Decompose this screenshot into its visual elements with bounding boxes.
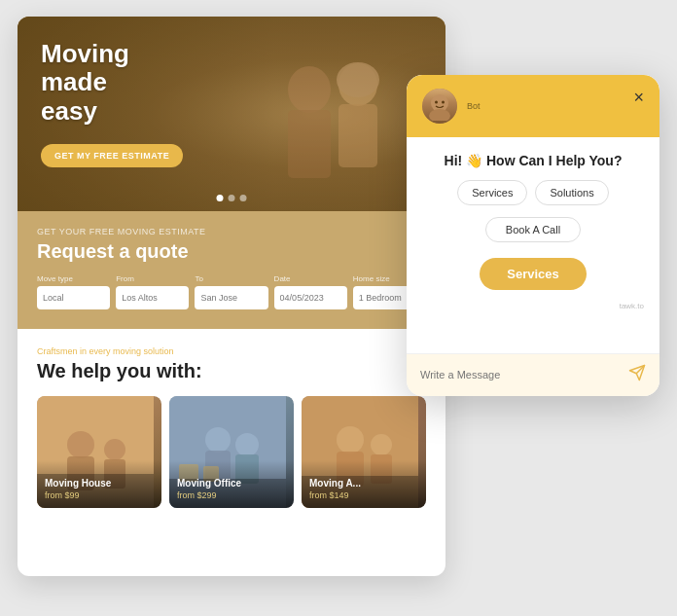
chat-avatar-inner <box>422 89 457 124</box>
service-card-1-price: from $99 <box>45 490 154 500</box>
service-card-2-name: Moving Office <box>177 478 286 489</box>
chat-send-button[interactable] <box>628 364 646 386</box>
chat-quick-buttons: Services Solutions <box>422 180 644 205</box>
chat-book-call-button[interactable]: Book A Call <box>485 217 581 242</box>
services-subtitle: Craftsmen in every moving solution <box>37 346 426 356</box>
chat-header: Bot × <box>407 75 659 137</box>
quote-label-date: Date <box>274 274 347 283</box>
main-wrapper: Movingmadeeasy GET MY FREE ESTIMATE Get … <box>18 17 659 600</box>
service-card-3-price: from $149 <box>309 490 418 500</box>
svg-point-6 <box>67 431 94 458</box>
hero-content: Movingmadeeasy GET MY FREE ESTIMATE <box>41 40 183 168</box>
hero-title: Movingmadeeasy <box>41 40 183 127</box>
service-card-2-price: from $299 <box>177 490 286 500</box>
chat-powered-label: tawk.to <box>422 302 644 310</box>
chat-close-button[interactable]: × <box>633 89 644 106</box>
services-section: Craftsmen in every moving solution We he… <box>18 329 445 525</box>
quote-fields: Move type From To Date Home size <box>37 274 426 309</box>
chat-services-quick-button[interactable]: Services <box>457 180 527 205</box>
quote-section: Get your free moving estimate Request a … <box>18 211 445 329</box>
hero-dot-3[interactable] <box>240 195 247 201</box>
website-card: Movingmadeeasy GET MY FREE ESTIMATE Get … <box>18 17 445 576</box>
service-card-1-name: Moving House <box>45 478 154 489</box>
quote-field-date: Date <box>274 274 347 309</box>
quote-subtitle: Get your free moving estimate <box>37 227 426 236</box>
chat-widget: Bot × Hi! 👋 How Can I Help You? Services… <box>407 75 659 396</box>
chat-body: Hi! 👋 How Can I Help You? Services Solut… <box>407 137 659 353</box>
service-card-3-name: Moving A... <box>309 478 418 489</box>
service-card-1-info: Moving House from $99 <box>37 460 161 508</box>
service-card-moving-art[interactable]: Moving A... from $149 <box>302 396 426 508</box>
quote-title: Request a quote <box>37 240 426 263</box>
hero-dots <box>217 195 247 201</box>
chat-bot-name: Bot <box>467 101 481 111</box>
quote-input-movetype[interactable] <box>37 286 110 309</box>
hero-cta-button[interactable]: GET MY FREE ESTIMATE <box>41 144 183 167</box>
svg-point-26 <box>429 109 450 121</box>
service-card-2-info: Moving Office from $299 <box>169 460 294 508</box>
quote-field-movetype: Move type <box>37 274 110 309</box>
chat-services-btn-container: Services <box>422 258 644 290</box>
chat-book-call-container: Book A Call <box>422 217 644 242</box>
svg-rect-4 <box>288 110 331 178</box>
quote-input-to[interactable] <box>195 286 267 309</box>
svg-point-3 <box>288 66 331 113</box>
svg-point-8 <box>104 439 125 460</box>
chat-header-left: Bot <box>422 89 481 124</box>
quote-label-from: From <box>116 274 189 283</box>
quote-input-from[interactable] <box>116 286 189 309</box>
hero-section: Movingmadeeasy GET MY FREE ESTIMATE <box>18 17 445 211</box>
hero-dot-2[interactable] <box>229 195 235 201</box>
quote-label-movetype: Move type <box>37 274 110 283</box>
chat-avatar <box>422 89 457 124</box>
chat-input-area <box>407 353 659 396</box>
quote-field-from: From <box>116 274 189 309</box>
service-card-3-info: Moving A... from $149 <box>302 460 426 508</box>
chat-services-main-button[interactable]: Services <box>480 258 587 290</box>
svg-point-22 <box>371 434 392 455</box>
chat-message-input[interactable] <box>420 369 621 380</box>
svg-rect-1 <box>338 104 377 167</box>
svg-point-20 <box>337 426 364 453</box>
svg-point-28 <box>442 100 445 103</box>
quote-input-date[interactable] <box>274 286 347 309</box>
svg-point-27 <box>435 100 438 103</box>
svg-point-2 <box>337 62 379 97</box>
chat-solutions-quick-button[interactable]: Solutions <box>535 180 608 205</box>
services-title: We help you with: <box>37 360 426 382</box>
service-card-moving-office[interactable]: Moving Office from $299 <box>169 396 294 508</box>
quote-label-to: To <box>195 274 267 283</box>
chat-greeting: Hi! 👋 How Can I Help You? <box>422 153 644 168</box>
service-cards: Moving House from $99 <box>37 396 426 508</box>
svg-point-14 <box>235 433 259 456</box>
quote-field-to: To <box>195 274 267 309</box>
svg-point-12 <box>205 427 231 453</box>
hero-dot-1[interactable] <box>217 195 224 201</box>
service-card-moving-house[interactable]: Moving House from $99 <box>37 396 161 508</box>
